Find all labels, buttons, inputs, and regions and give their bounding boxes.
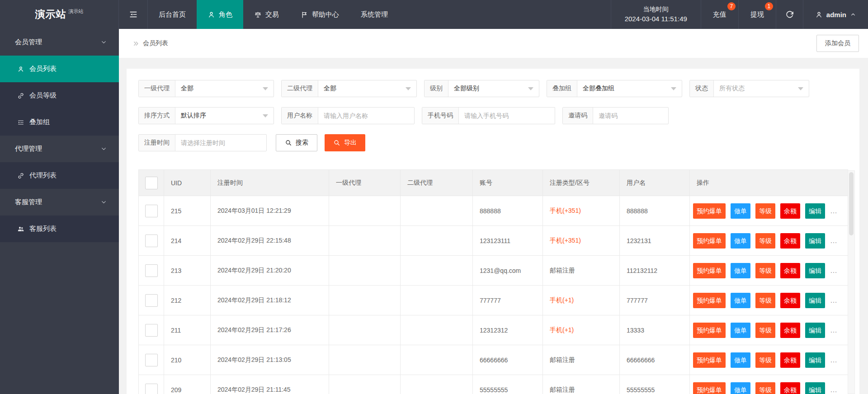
- level-select[interactable]: 全部级别: [448, 80, 539, 97]
- row-action-order-button[interactable]: 做单: [731, 323, 750, 338]
- row-checkbox[interactable]: [145, 235, 158, 247]
- agent2-select[interactable]: 全部: [318, 80, 416, 97]
- status-select[interactable]: 所有状态: [714, 80, 809, 97]
- sort-select[interactable]: 默认排序: [175, 108, 274, 124]
- row-action-edit-button[interactable]: 编辑: [805, 263, 825, 278]
- filter-group-phone: 手机号码: [422, 107, 555, 124]
- recharge-menu[interactable]: 充值 7: [701, 0, 738, 29]
- table-cell-account: 777777: [473, 286, 543, 315]
- row-checkbox[interactable]: [145, 205, 158, 217]
- add-member-button[interactable]: 添加会员: [816, 35, 859, 52]
- row-actions-more[interactable]: …: [830, 207, 838, 215]
- row-actions-more[interactable]: …: [830, 326, 838, 334]
- overlay-select[interactable]: 全部叠加组: [577, 80, 682, 97]
- row-action-level-button[interactable]: 等级: [755, 233, 775, 249]
- sidebar-item-service-list[interactable]: 客服列表: [0, 216, 119, 242]
- sidebar-item-overlay-group[interactable]: 叠加组: [0, 109, 119, 136]
- username-input[interactable]: [318, 108, 414, 124]
- topnav-item-roles[interactable]: 角色: [197, 0, 243, 29]
- export-button[interactable]: 导出: [325, 134, 365, 151]
- topnav-item-help[interactable]: 帮助中心: [290, 0, 350, 29]
- user-menu[interactable]: admin: [803, 0, 868, 29]
- row-action-edit-button[interactable]: 编辑: [805, 323, 825, 338]
- select-all-checkbox[interactable]: [145, 177, 158, 189]
- row-action-balance-button[interactable]: 余额: [780, 293, 800, 308]
- row-action-order-button[interactable]: 做单: [731, 352, 750, 368]
- collapse-sidebar-button[interactable]: [119, 0, 148, 29]
- row-action-order-button[interactable]: 做单: [731, 293, 750, 308]
- filter-label: 排序方式: [139, 108, 175, 124]
- refresh-button[interactable]: [776, 0, 803, 29]
- row-action-balance-button[interactable]: 余额: [780, 323, 800, 338]
- table-cell-account: 12312312: [473, 315, 543, 345]
- row-checkbox[interactable]: [145, 384, 158, 394]
- row-action-balance-button[interactable]: 余额: [780, 352, 800, 368]
- sidebar-group-agent[interactable]: 代理管理: [0, 136, 119, 162]
- row-action-reserve-button[interactable]: 预约爆单: [693, 233, 726, 249]
- table-cell-uid: 214: [164, 226, 211, 256]
- row-action-order-button[interactable]: 做单: [731, 203, 750, 219]
- table-cell-agent1: [329, 196, 401, 226]
- row-action-level-button[interactable]: 等级: [755, 263, 775, 278]
- row-actions-more[interactable]: …: [830, 356, 838, 364]
- row-actions-more[interactable]: …: [830, 386, 838, 394]
- table-cell-actions: 预约爆单做单等级余额编辑…: [690, 196, 848, 226]
- table-cell-username: 66666666: [620, 345, 690, 375]
- table-cell: [139, 196, 164, 226]
- row-action-balance-button[interactable]: 余额: [780, 203, 800, 219]
- row-action-reserve-button[interactable]: 预约爆单: [693, 263, 726, 278]
- row-action-reserve-button[interactable]: 预约爆单: [693, 382, 726, 394]
- row-action-level-button[interactable]: 等级: [755, 382, 775, 394]
- search-button[interactable]: 搜索: [276, 134, 317, 151]
- invite-input[interactable]: [593, 108, 668, 124]
- row-checkbox[interactable]: [145, 294, 158, 307]
- row-action-reserve-button[interactable]: 预约爆单: [693, 203, 726, 219]
- topnav-item-system[interactable]: 系统管理: [350, 0, 399, 29]
- topnav-item-trade[interactable]: 交易: [243, 0, 290, 29]
- row-action-edit-button[interactable]: 编辑: [805, 352, 825, 368]
- row-action-reserve-button[interactable]: 预约爆单: [693, 352, 726, 368]
- table-cell-account: 55555555: [473, 375, 543, 394]
- row-action-order-button[interactable]: 做单: [731, 233, 750, 249]
- filter-group-agent1: 一级代理全部: [138, 80, 274, 97]
- row-checkbox[interactable]: [145, 354, 158, 366]
- row-action-order-button[interactable]: 做单: [731, 263, 750, 278]
- row-action-balance-button[interactable]: 余额: [780, 263, 800, 278]
- row-action-edit-button[interactable]: 编辑: [805, 203, 825, 219]
- sidebar-group-service[interactable]: 客服管理: [0, 189, 119, 216]
- table-cell-agent2: [401, 256, 473, 286]
- row-actions-more[interactable]: …: [830, 237, 838, 244]
- row-action-level-button[interactable]: 等级: [755, 293, 775, 308]
- row-action-level-button[interactable]: 等级: [755, 352, 775, 368]
- row-action-edit-button[interactable]: 编辑: [805, 293, 825, 308]
- phone-input[interactable]: [459, 108, 555, 124]
- row-actions-more[interactable]: …: [830, 296, 838, 304]
- row-checkbox[interactable]: [145, 264, 158, 277]
- sidebar-item-agent-list[interactable]: 代理列表: [0, 162, 119, 189]
- sidebar-item-member-level[interactable]: 会员等级: [0, 82, 119, 109]
- sidebar-item-member-list[interactable]: 会员列表: [0, 56, 119, 82]
- row-action-balance-button[interactable]: 余额: [780, 233, 800, 249]
- row-action-reserve-button[interactable]: 预约爆单: [693, 293, 726, 308]
- row-action-order-button[interactable]: 做单: [731, 382, 750, 394]
- row-action-balance-button[interactable]: 余额: [780, 382, 800, 394]
- table-cell-uid: 211: [164, 315, 211, 345]
- table-scrollbar-thumb[interactable]: [849, 172, 854, 235]
- sidebar-group-member[interactable]: 会员管理: [0, 29, 119, 56]
- filter-label: 二级代理: [282, 80, 318, 97]
- agent1-select[interactable]: 全部: [175, 80, 274, 97]
- user-icon: [17, 66, 24, 73]
- row-action-edit-button[interactable]: 编辑: [805, 382, 825, 394]
- topnav-item-home[interactable]: 后台首页: [148, 0, 197, 29]
- table-scrollbar[interactable]: [848, 170, 855, 394]
- row-action-level-button[interactable]: 等级: [755, 203, 775, 219]
- row-action-edit-button[interactable]: 编辑: [805, 233, 825, 249]
- regtime-input[interactable]: [175, 135, 266, 151]
- search-icon: [333, 139, 340, 146]
- row-action-reserve-button[interactable]: 预约爆单: [693, 323, 726, 338]
- row-checkbox[interactable]: [145, 324, 158, 337]
- table-header-cell: 注册类型/区号: [543, 170, 620, 196]
- withdraw-menu[interactable]: 提现 1: [738, 0, 776, 29]
- row-actions-more[interactable]: …: [830, 267, 838, 274]
- row-action-level-button[interactable]: 等级: [755, 323, 775, 338]
